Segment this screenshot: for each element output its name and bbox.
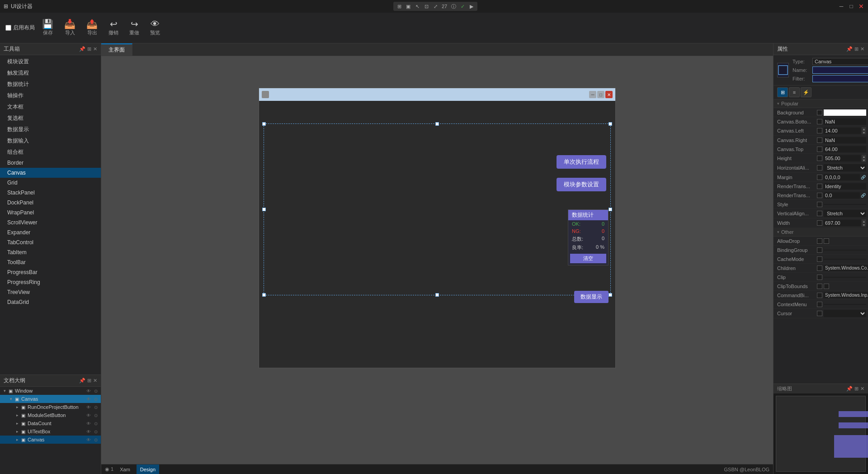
tree-item-data_count[interactable]: ▸ ▣ DataCount 👁 ⊙	[0, 419, 101, 427]
prop-check-8[interactable]	[817, 184, 822, 189]
close-button[interactable]: ✕	[858, 3, 864, 9]
tree-item-run_btn[interactable]: ▸ ▣ RunOnceProjectButton 👁 ⊙	[0, 403, 101, 411]
tree-item-canvas1[interactable]: ▾ ▣ Canvas 👁 ⊙	[0, 395, 101, 403]
spin-down-12[interactable]: ▼	[862, 223, 866, 227]
tree-item-module_btn[interactable]: ▸ ▣ ModuleSetButton 👁 ⊙	[0, 411, 101, 419]
window-max-btn[interactable]: □	[597, 91, 604, 98]
enable-layout-checkbox[interactable]: 启用布局	[5, 24, 35, 32]
toolbox-expand-icon[interactable]: ⊞	[87, 46, 91, 52]
window-close-btn[interactable]: ✕	[605, 91, 613, 98]
tool-item-tabitem[interactable]: TabItem	[0, 247, 101, 257]
tool-item-数据统计[interactable]: 数据统计	[0, 79, 101, 90]
spin-up-2[interactable]: ▲	[862, 127, 866, 131]
prop-color-swatch[interactable]	[824, 109, 866, 116]
minimap-close-icon[interactable]: ✕	[860, 386, 864, 392]
prop-check-6[interactable]	[817, 165, 822, 171]
prop-other-val-checkbox-0[interactable]	[824, 238, 829, 244]
lock-icon-run_btn[interactable]: ⊙	[93, 404, 99, 410]
maximize-button[interactable]: □	[848, 3, 854, 9]
stats-clear-button[interactable]: 清空	[570, 254, 606, 263]
lock-icon-uitextbox[interactable]: ⊙	[93, 428, 99, 435]
outline-close-icon[interactable]: ✕	[93, 378, 97, 384]
section-popular[interactable]: ▾Popular	[774, 100, 868, 108]
minimize-button[interactable]: ─	[838, 3, 844, 9]
layout-checkbox-input[interactable]	[5, 25, 11, 31]
tool-item-expander[interactable]: Expander	[0, 228, 101, 237]
minimap-pin-icon[interactable]: 📌	[846, 386, 853, 392]
tree-arrow-window[interactable]: ▾	[2, 389, 7, 393]
prop-check-12[interactable]	[817, 220, 822, 226]
filter-input[interactable]	[812, 75, 868, 82]
tool-item-scrollviewer[interactable]: ScrollViewer	[0, 218, 101, 228]
handle-tl[interactable]	[262, 122, 266, 126]
tool-item-border[interactable]: Border	[0, 158, 101, 168]
prop-other-val-checkbox-5[interactable]	[824, 284, 829, 289]
tool-item-datagrid[interactable]: DataGrid	[0, 297, 101, 307]
props-close-icon[interactable]: ✕	[860, 46, 864, 52]
prop-check-7[interactable]	[817, 175, 822, 180]
tool-item-轴操作[interactable]: 轴操作	[0, 90, 101, 101]
tree-arrow-data_count[interactable]: ▸	[14, 421, 20, 426]
tool-item-stackpanel[interactable]: StackPanel	[0, 188, 101, 198]
handle-b[interactable]	[435, 293, 439, 297]
prop-select-11[interactable]: Stretch	[824, 210, 866, 217]
prop-other-check-6[interactable]	[817, 293, 822, 298]
prop-other-check-4[interactable]	[817, 275, 822, 280]
design-tab[interactable]: Design	[137, 465, 159, 474]
visibility-icon-uitextbox[interactable]: 👁	[85, 428, 92, 435]
window-min-btn[interactable]: ─	[589, 91, 596, 98]
prop-select-6[interactable]: Stretch	[824, 164, 866, 171]
spin-up-12[interactable]: ▲	[862, 219, 866, 223]
prop-other-check-3[interactable]	[817, 265, 822, 271]
prop-tab-list[interactable]: ≡	[789, 87, 800, 97]
tool-item-canvas[interactable]: Canvas	[0, 168, 101, 178]
prop-link-7[interactable]: 🔗	[861, 175, 866, 180]
tree-item-uitextbox[interactable]: ▸ ▣ UITextBox 👁 ⊙	[0, 427, 101, 436]
tool-item-数据显示[interactable]: 数据显示	[0, 124, 101, 135]
minimap-expand-icon[interactable]: ⊞	[854, 386, 859, 392]
visibility-icon-canvas1[interactable]: 👁	[85, 396, 92, 402]
prop-other-check-7[interactable]	[817, 302, 822, 307]
outline-pin-icon[interactable]: 📌	[79, 378, 85, 384]
run-once-button[interactable]: 单次执行流程	[557, 155, 606, 169]
undo-button[interactable]: ↩ 撤销	[105, 18, 122, 38]
prop-check-2[interactable]	[817, 128, 822, 133]
prop-other-select-8[interactable]	[824, 310, 866, 317]
tool-item-组合框[interactable]: 组合框	[0, 147, 101, 158]
tree-arrow-canvas2[interactable]: ▸	[14, 437, 20, 442]
outline-expand-icon[interactable]: ⊞	[87, 378, 91, 384]
export-button[interactable]: 📤 导出	[83, 18, 101, 38]
prop-tab-grid[interactable]: ⊞	[777, 87, 788, 97]
canvas-area[interactable]: ─ □ ✕	[101, 56, 773, 464]
visibility-icon-canvas2[interactable]: 👁	[85, 436, 92, 443]
module-set-button[interactable]: 模块参数设置	[557, 178, 606, 191]
tree-item-canvas2[interactable]: ▸ ▣ Canvas 👁 ⊙	[0, 436, 101, 444]
props-expand-icon[interactable]: ⊞	[854, 46, 859, 52]
handle-r[interactable]	[609, 208, 612, 211]
prop-other-check-0[interactable]	[817, 238, 822, 244]
lock-icon-canvas2[interactable]: ⊙	[93, 436, 99, 443]
toolbox-pin-icon[interactable]: 📌	[79, 46, 85, 52]
tree-arrow-uitextbox[interactable]: ▸	[14, 429, 20, 434]
prop-check-3[interactable]	[817, 137, 822, 143]
tool-item-treeview[interactable]: TreeView	[0, 287, 101, 297]
tree-arrow-run_btn[interactable]: ▸	[14, 405, 20, 409]
visibility-icon-run_btn[interactable]: 👁	[85, 404, 92, 410]
prop-other-check-8[interactable]	[817, 311, 822, 316]
tool-item-grid[interactable]: Grid	[0, 178, 101, 188]
tool-item-wrappanel[interactable]: WrapPanel	[0, 208, 101, 218]
props-pin-icon[interactable]: 📌	[846, 46, 853, 52]
lock-icon-window[interactable]: ⊙	[93, 388, 99, 394]
tool-item-触发流程[interactable]: 触发流程	[0, 67, 101, 79]
cursor-tool-icon[interactable]: ↖	[413, 2, 421, 10]
tool-item-模块设置[interactable]: 模块设置	[0, 56, 101, 67]
import-button[interactable]: 📥 导入	[61, 18, 79, 38]
prop-check-11[interactable]	[817, 211, 822, 216]
grid-icon[interactable]: ⊞	[395, 2, 403, 10]
visibility-icon-module_btn[interactable]: 👁	[85, 412, 92, 418]
display-button[interactable]: 数据显示	[574, 291, 609, 303]
type-input[interactable]	[812, 58, 868, 65]
visibility-icon-window[interactable]: 👁	[85, 388, 92, 394]
spin-down-5[interactable]: ▼	[862, 158, 866, 162]
screen-icon[interactable]: ▣	[404, 2, 412, 10]
